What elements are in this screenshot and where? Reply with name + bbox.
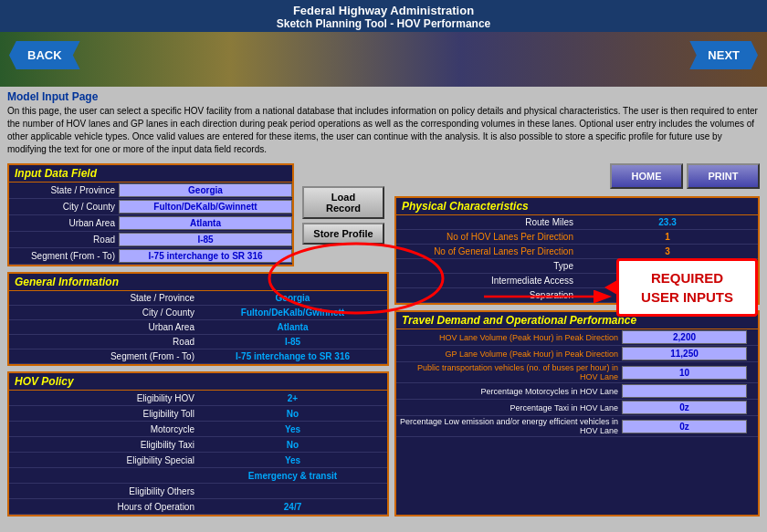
hov-value-emergency: Emergency & transit (198, 470, 387, 482)
travel-input-motorcycles[interactable] (622, 384, 747, 398)
gen-label-segment: Segment (From - To) (9, 350, 198, 362)
travel-row-motorcycles: Percentage Motorcycles in HOV Lane (396, 383, 758, 400)
travel-label-taxi-pct: Percentage Taxi in HOV Lane (396, 402, 622, 413)
phys-value-miles: 23.3 (577, 216, 758, 228)
input-row-road: Road (9, 232, 292, 248)
hov-row-emergency: Emergency & transit (9, 468, 387, 484)
input-row-state: State / Province (9, 183, 292, 199)
input-road[interactable] (119, 233, 292, 246)
hov-value-taxi: No (198, 439, 387, 451)
gen-label-state: State / Province (9, 292, 198, 304)
next-button-container: NEXT (689, 41, 758, 69)
phys-label-hov-lanes: No of HOV Lanes Per Direction (396, 231, 577, 243)
label-urban: Urban Area (9, 217, 119, 229)
phys-row-miles: Route Miles 23.3 (396, 215, 758, 230)
print-button[interactable]: PRINT (687, 163, 760, 189)
travel-label-gp-vol: GP Lane Volume (Peak Hour) in Peak Direc… (396, 349, 622, 360)
travel-input-taxi-pct[interactable] (622, 401, 747, 414)
input-data-field-panel: Input Data Field State / Province City /… (7, 163, 294, 266)
back-button[interactable]: BACK (9, 41, 80, 69)
label-state: State / Province (9, 184, 119, 196)
travel-row-buses: Public transportation vehicles (no. of b… (396, 362, 758, 383)
label-road: Road (9, 234, 119, 245)
gen-value-city: Fulton/DeKalb/Gwinnett (198, 307, 387, 318)
top-right-buttons: HOME PRINT (394, 163, 760, 189)
travel-row-hov-vol: HOV Lane Volume (Peak Hour) in Peak Dire… (396, 329, 758, 346)
input-urban[interactable] (119, 216, 292, 230)
gen-value-state: Georgia (198, 292, 387, 304)
gen-row-state: State / Province Georgia (9, 291, 387, 306)
travel-input-lowemission[interactable] (622, 420, 747, 433)
header: Federal Highway Administration Sketch Pl… (0, 0, 767, 32)
header-title1: Federal Highway Administration (0, 4, 767, 17)
travel-label-motorcycles: Percentage Motorcycles in HOV Lane (396, 386, 622, 397)
hov-value-eligibility: 2+ (198, 392, 387, 404)
left-column: Input Data Field State / Province City /… (7, 163, 389, 516)
page-title: Model Input Page (7, 90, 760, 103)
callout-arrow (604, 280, 617, 295)
load-record-button[interactable]: Load Record (302, 186, 384, 219)
page-section: Model Input Page On this page, the user … (0, 87, 767, 160)
banner-background (0, 32, 767, 87)
banner: BACK NEXT (0, 32, 767, 87)
gen-value-segment: I-75 interchange to SR 316 (198, 350, 387, 362)
input-city[interactable] (119, 200, 292, 214)
phys-label-separation: Separation (396, 289, 577, 301)
travel-label-lowemission: Percentage Low emission and/or energy ef… (396, 416, 622, 436)
phys-row-gp-lanes: No of General Lanes Per Direction 3 (396, 245, 758, 259)
right-column: HOME PRINT Physical Characteristics Rout… (394, 163, 760, 516)
hov-label-taxi: Eligibility Taxi (9, 439, 198, 451)
travel-row-lowemission: Percentage Low emission and/or energy ef… (396, 416, 758, 437)
hov-value-hours: 24/7 (198, 501, 387, 513)
hov-label-toll: Eligibility Toll (9, 408, 198, 420)
hov-row-others: Eligibility Others (9, 484, 387, 499)
hov-row-taxi: Eligibility Taxi No (9, 437, 387, 453)
phys-value-gp-lanes: 3 (577, 245, 758, 257)
travel-input-buses[interactable] (622, 366, 747, 380)
hov-row-hours: Hours of Operation 24/7 (9, 499, 387, 515)
main-content: Input Data Field State / Province City /… (0, 160, 767, 520)
hov-value-motorcycle: Yes (198, 423, 387, 435)
input-state[interactable] (119, 183, 292, 197)
phys-label-gp-lanes: No of General Lanes Per Direction (396, 245, 577, 257)
gen-label-city: City / County (9, 307, 198, 318)
travel-label-hov-vol: HOV Lane Volume (Peak Hour) in Peak Dire… (396, 332, 622, 343)
travel-row-gp-vol: GP Lane Volume (Peak Hour) in Peak Direc… (396, 346, 758, 362)
gen-value-urban: Atlanta (198, 321, 387, 333)
hov-value-toll: No (198, 408, 387, 420)
store-profile-button[interactable]: Store Profile (302, 223, 384, 245)
gen-value-road: I-85 (198, 336, 387, 348)
input-row-city: City / County (9, 199, 292, 215)
required-callout-container: REQUIREDUSER INPUTS (616, 258, 758, 317)
input-segment[interactable] (119, 249, 292, 263)
hov-label-eligibility: Eligibility HOV (9, 392, 198, 404)
phys-row-hov-lanes: No of HOV Lanes Per Direction 1 (396, 230, 758, 245)
hov-row-eligibility: Eligibility HOV 2+ (9, 391, 387, 406)
travel-input-hov-vol[interactable] (622, 330, 747, 344)
hov-label-emergency (9, 475, 198, 476)
travel-label-buses: Public transportation vehicles (no. of b… (396, 362, 622, 382)
input-row-segment: Segment (From - To) (9, 248, 292, 265)
gen-row-city: City / County Fulton/DeKalb/Gwinnett (9, 306, 387, 320)
hov-row-motorcycle: Motorcycle Yes (9, 422, 387, 437)
home-button[interactable]: HOME (610, 163, 683, 189)
hov-label-hours: Hours of Operation (9, 501, 198, 513)
phys-value-hov-lanes: 1 (577, 231, 758, 243)
travel-row-taxi: Percentage Taxi in HOV Lane (396, 400, 758, 416)
general-info-title: General Information (9, 274, 387, 291)
gen-row-urban: Urban Area Atlanta (9, 320, 387, 335)
phys-label-type: Type (396, 260, 577, 272)
travel-demand-panel: Travel Demand and Operational Performanc… (394, 310, 760, 516)
general-info-panel: General Information State / Province Geo… (7, 272, 389, 366)
next-button[interactable]: NEXT (689, 41, 758, 69)
label-city: City / County (9, 201, 119, 213)
label-segment: Segment (From - To) (9, 250, 119, 262)
travel-input-gp-vol[interactable] (622, 347, 747, 360)
hov-value-special: Yes (198, 454, 387, 466)
gen-row-road: Road I-85 (9, 335, 387, 349)
phys-label-access: Intermediate Access (396, 275, 577, 287)
gen-row-segment: Segment (From - To) I-75 interchange to … (9, 349, 387, 364)
gen-label-urban: Urban Area (9, 321, 198, 333)
phys-label-miles: Route Miles (396, 216, 577, 228)
header-title2: Sketch Planning Tool - HOV Performance (0, 17, 767, 30)
